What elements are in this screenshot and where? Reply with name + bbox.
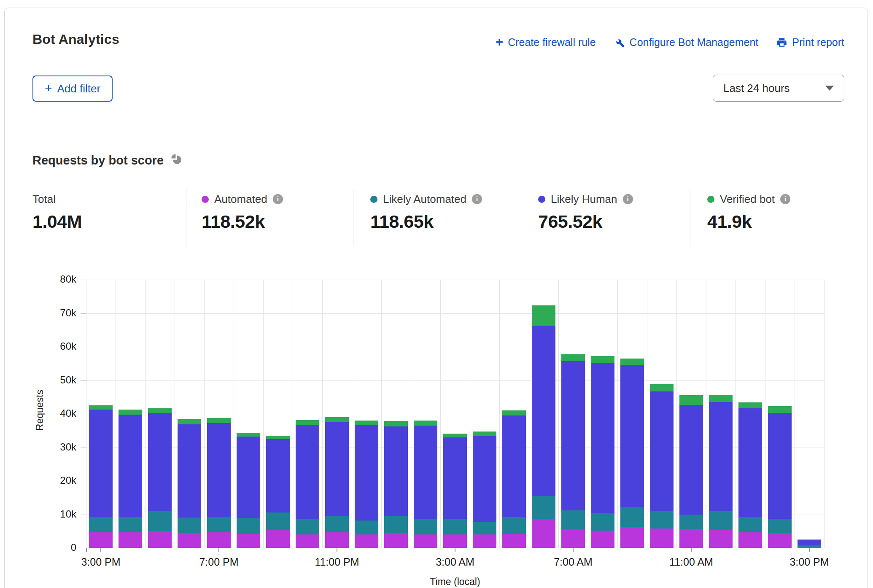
print-report-link[interactable]: Print report (776, 36, 844, 49)
segment-likely-automated[interactable] (237, 518, 260, 534)
segment-likely-automated[interactable] (296, 519, 319, 534)
segment-likely-automated[interactable] (148, 511, 172, 531)
segment-verified-bot[interactable] (709, 395, 733, 402)
segment-automated[interactable] (561, 529, 585, 548)
time-range-select[interactable]: Last 24 hours (713, 75, 844, 102)
segment-automated[interactable] (650, 529, 674, 548)
bar-4-00-am[interactable] (473, 432, 496, 548)
segment-likely-automated[interactable] (502, 517, 526, 534)
bar-4-00-pm[interactable] (119, 410, 142, 548)
segment-likely-automated[interactable] (325, 516, 349, 532)
segment-verified-bot[interactable] (266, 436, 290, 439)
segment-likely-human[interactable] (473, 436, 496, 522)
segment-likely-human[interactable] (119, 415, 142, 517)
bar-11-00-am[interactable] (679, 395, 703, 548)
add-filter-button[interactable]: + Add filter (32, 76, 113, 102)
segment-verified-bot[interactable] (237, 433, 260, 437)
segment-verified-bot[interactable] (148, 408, 172, 413)
bar-1-00-am[interactable] (384, 421, 408, 548)
segment-likely-human[interactable] (384, 426, 408, 516)
segment-likely-automated[interactable] (650, 511, 674, 529)
segment-likely-human[interactable] (650, 391, 674, 511)
segment-automated[interactable] (296, 534, 319, 548)
segment-likely-automated[interactable] (561, 510, 585, 529)
segment-automated[interactable] (89, 532, 113, 548)
segment-likely-human[interactable] (148, 413, 172, 511)
segment-likely-human[interactable] (443, 437, 467, 519)
segment-likely-human[interactable] (679, 405, 703, 514)
info-icon[interactable]: i (780, 194, 790, 204)
bar-8-00-pm[interactable] (237, 433, 260, 548)
segment-verified-bot[interactable] (178, 419, 201, 424)
segment-automated[interactable] (207, 532, 231, 548)
segment-likely-human[interactable] (266, 439, 290, 512)
segment-verified-bot[interactable] (384, 421, 408, 427)
segment-automated[interactable] (591, 531, 614, 548)
segment-likely-automated[interactable] (207, 517, 231, 532)
segment-verified-bot[interactable] (768, 406, 792, 413)
segment-verified-bot[interactable] (502, 410, 526, 415)
info-icon[interactable]: i (472, 194, 482, 204)
segment-likely-automated[interactable] (591, 513, 614, 531)
segment-verified-bot[interactable] (325, 417, 349, 422)
segment-likely-human[interactable] (798, 540, 821, 546)
segment-verified-bot[interactable] (414, 421, 437, 426)
bar-3-00-pm[interactable] (798, 539, 821, 548)
segment-likely-human[interactable] (502, 415, 526, 517)
segment-likely-automated[interactable] (89, 517, 113, 532)
bar-3-00-pm[interactable] (89, 405, 113, 548)
segment-likely-human[interactable] (296, 425, 319, 519)
segment-likely-human[interactable] (207, 423, 231, 517)
segment-likely-automated[interactable] (709, 511, 733, 530)
segment-automated[interactable] (443, 534, 467, 548)
segment-verified-bot[interactable] (207, 418, 231, 423)
bar-8-00-am[interactable] (591, 356, 614, 548)
segment-verified-bot[interactable] (620, 359, 644, 365)
bar-7-00-pm[interactable] (207, 418, 231, 548)
segment-automated[interactable] (473, 534, 496, 548)
bar-1-00-pm[interactable] (738, 402, 762, 548)
segment-verified-bot[interactable] (355, 421, 378, 425)
segment-automated[interactable] (414, 534, 437, 548)
bar-5-00-am[interactable] (502, 410, 526, 548)
segment-likely-human[interactable] (237, 437, 260, 518)
bar-7-00-am[interactable] (561, 354, 585, 548)
segment-automated[interactable] (178, 533, 201, 548)
segment-likely-human[interactable] (89, 410, 113, 517)
segment-likely-automated[interactable] (532, 496, 555, 520)
segment-verified-bot[interactable] (561, 354, 585, 361)
segment-verified-bot[interactable] (679, 395, 703, 405)
segment-likely-human[interactable] (591, 363, 614, 512)
segment-likely-human[interactable] (414, 426, 437, 520)
segment-likely-human[interactable] (738, 408, 762, 517)
bar-10-00-pm[interactable] (296, 420, 319, 548)
segment-automated[interactable] (768, 533, 792, 548)
bar-6-00-pm[interactable] (178, 419, 201, 548)
bar-9-00-pm[interactable] (266, 436, 290, 548)
segment-likely-automated[interactable] (384, 516, 408, 533)
segment-automated[interactable] (384, 533, 408, 548)
segment-likely-human[interactable] (325, 422, 349, 516)
segment-likely-human[interactable] (768, 413, 792, 519)
segment-automated[interactable] (798, 547, 821, 548)
segment-verified-bot[interactable] (738, 402, 762, 408)
segment-automated[interactable] (679, 529, 703, 548)
segment-likely-automated[interactable] (738, 517, 762, 532)
segment-likely-automated[interactable] (679, 515, 703, 529)
segment-automated[interactable] (148, 531, 172, 548)
segment-likely-automated[interactable] (443, 519, 467, 535)
info-icon[interactable]: i (623, 194, 633, 204)
bar-6-00-am[interactable] (532, 305, 555, 548)
segment-likely-human[interactable] (709, 402, 733, 511)
segment-likely-automated[interactable] (355, 521, 378, 534)
segment-likely-automated[interactable] (266, 512, 290, 530)
bar-12-00-pm[interactable] (709, 395, 733, 548)
segment-likely-automated[interactable] (178, 518, 201, 533)
configure-bot-management-link[interactable]: Configure Bot Management (614, 36, 759, 49)
segment-likely-automated[interactable] (768, 519, 792, 533)
segment-verified-bot[interactable] (296, 420, 319, 425)
bar-3-00-am[interactable] (443, 434, 467, 548)
segment-automated[interactable] (620, 527, 644, 548)
segment-automated[interactable] (266, 530, 290, 548)
segment-likely-automated[interactable] (473, 522, 496, 534)
